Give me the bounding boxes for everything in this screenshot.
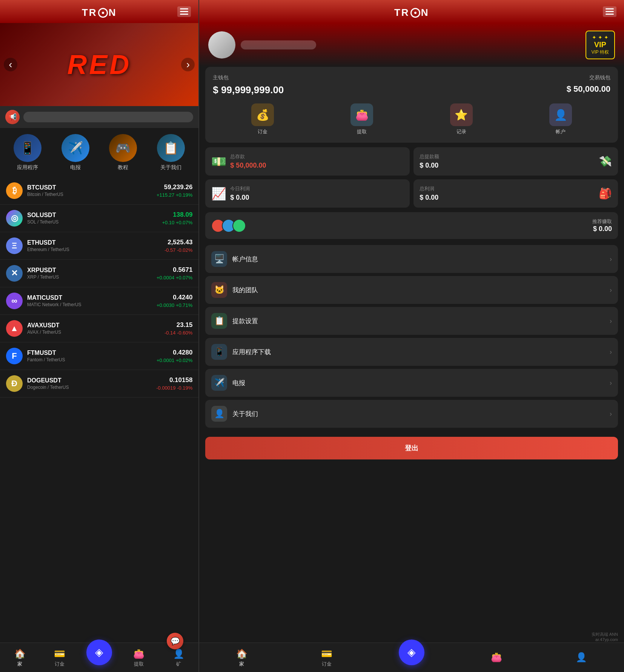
stat-profit-value: $ 0.00 [420, 194, 595, 202]
right-bottom-nav: 🏠 家 💳 订金 ◈ 👛 👤 [199, 643, 624, 672]
xrp-full: XRP / TetherUS [27, 274, 157, 280]
announcement-icon: 📢 [5, 110, 20, 124]
withdraw-icon-right: 👛 [491, 652, 502, 663]
doge-symbol: DOGEUSDT [27, 377, 156, 384]
sol-symbol: SOLUSDT [27, 212, 162, 219]
nav-center-button-right[interactable]: ◈ [399, 640, 424, 665]
referral-card[interactable]: 推荐赚取 $ 0.00 [205, 212, 618, 239]
menu-item-right-telegram[interactable]: ✈️ 电报 › [205, 369, 618, 397]
eth-symbol: ETHUSDT [27, 239, 164, 246]
coin-row-avax[interactable]: ▲ AVAXUSDT AVAX / TetherUS 23.15 -0.14 -… [0, 315, 198, 342]
center-icon-right: ◈ [407, 646, 416, 658]
menu-item-account-info[interactable]: 🖥️ 帐户信息 › [205, 245, 618, 273]
right-burger-2 [606, 11, 614, 12]
coin-row-btc[interactable]: ₿ BTCUSDT Bitcoin / TetherUS 59,239.26 +… [0, 177, 198, 205]
ftm-change: +0.0001 +0.02% [157, 358, 192, 363]
nav-withdraw-left[interactable]: 👛 提取 [119, 649, 159, 667]
wallet-action-withdraw[interactable]: 👛 提取 [350, 103, 373, 135]
left-menu-button[interactable] [177, 6, 191, 17]
eth-price-block: 2,525.43 -0.57 -0.02% [164, 239, 192, 253]
right-header: TR N [199, 0, 624, 23]
chat-bubble-left[interactable]: 💬 [167, 633, 183, 649]
menu-item-tutorial[interactable]: 🎮 教程 [109, 134, 137, 171]
menu-label-about: 关于我们 [160, 164, 181, 171]
banner-prev-button[interactable]: ‹ [4, 58, 17, 71]
nav-profile-right[interactable]: 👤 [539, 652, 624, 664]
ftm-logo: F [6, 348, 23, 364]
menu-item-apps[interactable]: 📱 应用程序 [14, 134, 41, 171]
withdraw-settings-icon: 📋 [211, 313, 227, 329]
matic-change: +0.0030 +0.71% [157, 302, 192, 308]
watermark-text: 实时高端 ANNar.47yp.com [592, 632, 618, 642]
nav-home-right[interactable]: 🏠 家 [199, 649, 284, 667]
logo-tr: TR [82, 7, 97, 18]
sol-price-block: 138.09 +0.10 +0.07% [162, 211, 192, 225]
wallet-header: 主钱包 交易钱包 [213, 74, 610, 81]
menu-icon-apps: 📱 [14, 134, 41, 162]
nav-center-wrapper-left: ◈ [80, 651, 119, 665]
menu-item-telegram[interactable]: ✈️ 电报 [61, 134, 89, 171]
doge-price: 0.10158 [156, 376, 192, 384]
nav-mine-label-left: 矿 [176, 661, 181, 667]
right-menu-list: 🖥️ 帐户信息 › 🐱 我的团队 › 📋 提款设置 › 📱 应用程序下载 › ✈… [205, 245, 618, 431]
eth-full: Ethereum / TetherUS [27, 247, 164, 252]
referral-circle-3 [232, 219, 246, 233]
sol-full: SOL / TetherUS [27, 219, 162, 225]
coin-row-doge[interactable]: Ð DOGEUSDT Dogecoin / TetherUS 0.10158 -… [0, 370, 198, 398]
logo-n: N [109, 7, 117, 18]
my-team-icon: 🐱 [211, 282, 227, 298]
wallet-action-deposit[interactable]: 💰 订金 [251, 103, 274, 135]
coin-row-matic[interactable]: ∞ MATICUSDT MATIC Network / TetherUS 0.4… [0, 287, 198, 315]
profile-area: ✦ ✦ ✦ VIP VIP 特权 [199, 23, 624, 67]
right-telegram-icon: ✈️ [211, 375, 227, 391]
sol-price: 138.09 [162, 211, 192, 219]
menu-item-app-download[interactable]: 📱 应用程序下载 › [205, 338, 618, 366]
right-about-icon: 👤 [211, 406, 227, 422]
profile-left [208, 31, 316, 59]
avax-price-block: 23.15 -0.14 -0.60% [164, 321, 192, 336]
right-logo-tr: TR [394, 7, 410, 18]
wallet-action-account[interactable]: 👤 帐户 [549, 103, 572, 135]
stat-profit-info: 总利润 $ 0.00 [420, 185, 595, 202]
nav-withdraw-right[interactable]: 👛 [454, 652, 539, 664]
matic-info: MATICUSDT MATIC Network / TetherUS [27, 294, 157, 307]
nav-home-left[interactable]: 🏠 家 [0, 649, 40, 667]
logout-button[interactable]: 登出 [205, 437, 618, 459]
menu-item-my-team[interactable]: 🐱 我的团队 › [205, 276, 618, 304]
announcement-bar: 📢 [0, 106, 198, 128]
menu-item-right-about[interactable]: 👤 关于我们 › [205, 400, 618, 428]
right-menu-button[interactable] [603, 6, 616, 17]
watermark: 实时高端 ANNar.47yp.com [592, 632, 618, 642]
nav-deposit-right[interactable]: 💳 订金 [284, 649, 369, 667]
matic-full: MATIC Network / TetherUS [27, 302, 157, 307]
menu-item-withdraw-settings[interactable]: 📋 提款设置 › [205, 307, 618, 335]
right-logo: TR N [394, 7, 429, 18]
right-telegram-label: 电报 [232, 379, 604, 387]
menu-icon-about: 📋 [157, 134, 185, 162]
banner-title: RED [67, 49, 131, 80]
nav-deposit-left[interactable]: 💳 订金 [40, 649, 79, 667]
home-icon-right: 🏠 [236, 649, 247, 659]
main-wallet-label: 主钱包 [213, 74, 229, 81]
coin-row-xrp[interactable]: ✕ XRPUSDT XRP / TetherUS 0.5671 +0.0004 … [0, 260, 198, 287]
sol-change: +0.10 +0.07% [162, 220, 192, 225]
stat-withdraw-value: $ 0.00 [420, 162, 595, 170]
wallet-action-record[interactable]: ⭐ 记录 [450, 103, 473, 135]
nav-center-button-left[interactable]: ◈ [86, 640, 112, 665]
coin-row-sol[interactable]: ◎ SOLUSDT SOL / TetherUS 138.09 +0.10 +0… [0, 205, 198, 232]
avatar-image [208, 31, 235, 59]
app-download-label: 应用程序下载 [232, 348, 604, 356]
btc-price-block: 59,239.26 +115.27 +0.19% [157, 183, 192, 198]
btc-price: 59,239.26 [157, 183, 192, 191]
avax-change: -0.14 -0.60% [164, 330, 192, 336]
banner-next-button[interactable]: › [181, 58, 195, 71]
menu-item-about[interactable]: 📋 关于我们 [157, 134, 185, 171]
home-icon-left: 🏠 [14, 649, 26, 659]
coin-row-ftm[interactable]: F FTMUSDT Fantom / TetherUS 0.4280 +0.00… [0, 342, 198, 370]
coin-row-eth[interactable]: Ξ ETHUSDT Ethereum / TetherUS 2,525.43 -… [0, 232, 198, 260]
menu-label-telegram: 电报 [70, 164, 81, 171]
nav-mine-left[interactable]: 👤 矿 [159, 649, 198, 667]
trade-balance: $ 50,000.00 [567, 84, 610, 96]
vip-badge[interactable]: ✦ ✦ ✦ VIP VIP 特权 [586, 31, 615, 59]
nav-center-wrapper-right: ◈ [369, 651, 454, 665]
